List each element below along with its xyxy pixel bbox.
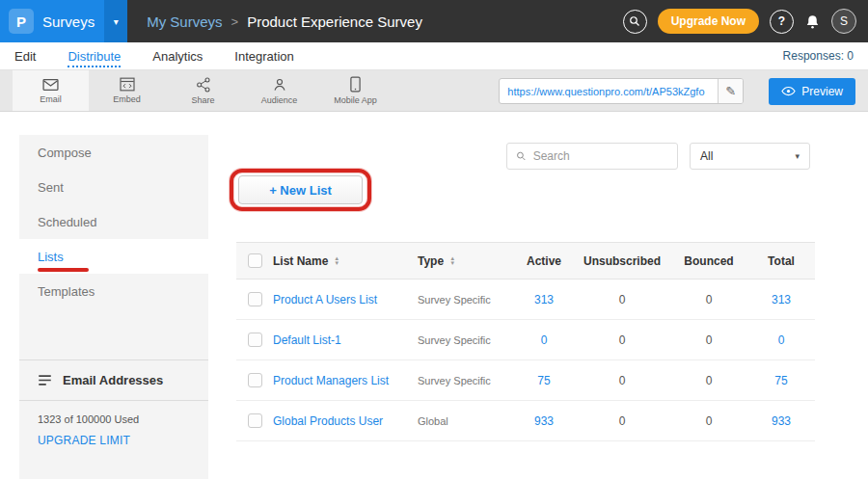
breadcrumb-my-surveys[interactable]: My Surveys xyxy=(147,13,222,30)
header-type: Type xyxy=(418,254,444,268)
list-name-link[interactable]: Product A Users List xyxy=(273,293,377,306)
active-count[interactable]: 75 xyxy=(537,374,550,387)
notifications-bell-icon[interactable] xyxy=(804,13,821,30)
sidebar-item-sent[interactable]: Sent xyxy=(19,170,208,204)
row-checkbox[interactable] xyxy=(248,373,262,387)
new-list-button[interactable]: + New List xyxy=(238,175,363,204)
preview-button[interactable]: Preview xyxy=(769,78,855,105)
toolbar-right: ✎ Preview xyxy=(499,70,855,112)
row-checkbox[interactable] xyxy=(248,413,262,428)
sidebar-item-scheduled[interactable]: Scheduled xyxy=(19,204,208,239)
list-name-link[interactable]: Default List-1 xyxy=(273,333,341,347)
row-checkbox[interactable] xyxy=(248,333,262,347)
survey-url-field: ✎ xyxy=(499,78,744,104)
eye-icon xyxy=(781,86,796,96)
tool-audience-label: Audience xyxy=(261,95,298,105)
tool-email-label: Email xyxy=(40,94,62,104)
tab-integration[interactable]: Integration xyxy=(234,49,293,64)
select-all-checkbox[interactable] xyxy=(248,253,262,268)
search-icon xyxy=(516,150,527,162)
tab-edit[interactable]: Edit xyxy=(14,49,36,64)
tool-mobile-app-label: Mobile App xyxy=(334,95,377,105)
header-bounced: Bounced xyxy=(684,254,733,268)
sort-icon[interactable]: ▲▼ xyxy=(334,256,339,266)
sidebar-item-templates[interactable]: Templates xyxy=(19,274,208,308)
help-icon[interactable]: ? xyxy=(770,10,794,34)
email-lists-table: List Name ▲▼ Type ▲▼ Active Unsubscribed… xyxy=(236,242,815,441)
surveys-menu-label: Surveys xyxy=(42,13,95,30)
header-total: Total xyxy=(768,254,795,268)
total-count[interactable]: 933 xyxy=(772,414,791,428)
tool-share[interactable]: Share xyxy=(165,70,241,111)
total-count[interactable]: 313 xyxy=(772,293,791,306)
upgrade-now-button[interactable]: Upgrade Now xyxy=(658,9,759,34)
breadcrumb: My Surveys > Product Experience Survey xyxy=(147,13,422,30)
email-usage-count: 1323 of 100000 Used xyxy=(19,401,208,425)
tool-email[interactable]: Email xyxy=(13,70,89,111)
survey-nav-tabs: Edit Distribute Analytics Integration Re… xyxy=(0,42,868,70)
sort-icon[interactable]: ▲▼ xyxy=(449,256,455,266)
table-row: Default List-1 Survey Specific 0 0 0 0 xyxy=(236,320,815,360)
header-actions: Upgrade Now ? S xyxy=(623,9,868,34)
sidebar-item-compose[interactable]: Compose xyxy=(19,135,208,170)
bounced-count: 0 xyxy=(706,293,713,306)
responses-count[interactable]: Responses: 0 xyxy=(783,49,854,63)
table-row: Global Products User Global 933 0 0 933 xyxy=(236,401,815,441)
table-header-row: List Name ▲▼ Type ▲▼ Active Unsubscribed… xyxy=(236,242,815,279)
email-addresses-section: Email Addresses 1323 of 100000 Used UPGR… xyxy=(19,359,208,447)
list-lines-icon xyxy=(38,374,52,386)
total-count[interactable]: 0 xyxy=(778,333,785,347)
share-icon xyxy=(196,77,211,93)
list-search-field xyxy=(506,143,678,170)
page-title: Product Experience Survey xyxy=(247,13,422,30)
list-search-input[interactable] xyxy=(533,149,668,163)
list-name-link[interactable]: Product Managers List xyxy=(273,374,389,387)
mobile-app-icon xyxy=(349,76,362,93)
survey-url-input[interactable] xyxy=(500,86,718,97)
embed-icon xyxy=(120,77,135,92)
email-addresses-title: Email Addresses xyxy=(63,373,163,387)
list-name-link[interactable]: Global Products User xyxy=(273,414,383,428)
active-count[interactable]: 313 xyxy=(534,293,554,306)
sidebar-item-lists[interactable]: Lists xyxy=(19,239,208,274)
user-avatar[interactable]: S xyxy=(831,9,856,34)
annotation-underline xyxy=(38,268,89,272)
list-filter-value: All xyxy=(700,149,713,163)
tool-audience[interactable]: Audience xyxy=(241,70,317,111)
preview-button-label: Preview xyxy=(801,85,843,98)
edit-url-pencil-icon[interactable]: ✎ xyxy=(718,79,743,104)
unsubscribed-count: 0 xyxy=(619,374,626,387)
questionpro-logo: P xyxy=(9,9,34,34)
list-filter-dropdown[interactable]: All ▾ xyxy=(690,143,810,170)
tab-distribute[interactable]: Distribute xyxy=(68,49,121,64)
bounced-count: 0 xyxy=(706,374,713,387)
bounced-count: 0 xyxy=(706,414,713,428)
chevron-down-icon[interactable]: ▾ xyxy=(104,0,127,42)
bounced-count: 0 xyxy=(706,333,713,347)
unsubscribed-count: 0 xyxy=(619,293,626,306)
search-icon[interactable] xyxy=(623,10,647,34)
header-active: Active xyxy=(527,254,561,268)
chevron-down-icon: ▾ xyxy=(795,151,800,161)
active-count[interactable]: 0 xyxy=(541,333,548,347)
email-icon xyxy=(42,78,59,92)
upgrade-limit-link[interactable]: UPGRADE LIMIT xyxy=(19,425,208,447)
top-bar: P Surveys ▾ My Surveys > Product Experie… xyxy=(0,0,868,42)
total-count[interactable]: 75 xyxy=(774,374,787,387)
tool-embed-label: Embed xyxy=(113,94,141,104)
table-row: Product A Users List Survey Specific 313… xyxy=(236,279,815,320)
unsubscribed-count: 0 xyxy=(619,414,626,428)
tool-embed[interactable]: Embed xyxy=(89,70,165,111)
surveys-menu[interactable]: P Surveys ▾ xyxy=(0,0,127,42)
header-list-name: List Name xyxy=(273,254,328,268)
active-count[interactable]: 933 xyxy=(534,414,554,428)
audience-icon xyxy=(272,77,287,93)
email-addresses-header: Email Addresses xyxy=(19,360,208,401)
tab-analytics[interactable]: Analytics xyxy=(152,49,203,64)
tool-mobile-app[interactable]: Mobile App xyxy=(317,70,393,111)
breadcrumb-separator: > xyxy=(231,14,239,29)
header-unsubscribed: Unsubscribed xyxy=(583,254,661,268)
unsubscribed-count: 0 xyxy=(619,333,626,347)
tool-share-label: Share xyxy=(191,95,214,105)
row-checkbox[interactable] xyxy=(248,292,262,306)
